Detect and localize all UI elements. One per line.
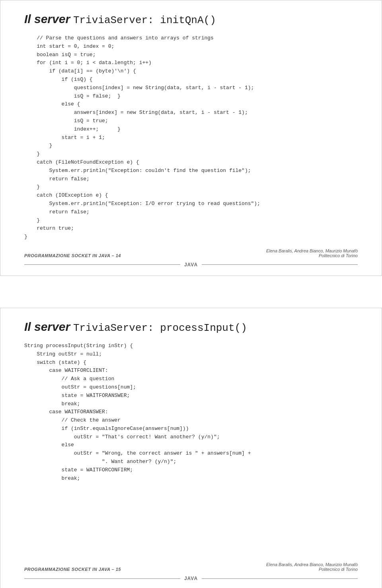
slide-2-divider: JAVA [24,576,358,581]
slide-1-divider-text: JAVA [184,262,198,268]
slide-1-title-class: TriviaServer: initQnA() [73,14,216,26]
slide-2: Il server TriviaServer: processInput() S… [0,308,382,588]
slide-1-divider-line-right [202,264,358,265]
slide-1-footer: PROGRAMMAZIONE SOCKET IN JAVA – 14 Elena… [24,248,358,258]
slide-1-title-bold: Il server [24,12,70,25]
slide-1-divider-line-left [24,264,180,265]
slide-2-divider-line-right [202,578,358,579]
slide-1-footer-right: Elena Baralis, Andrea Bianco, Maurizio M… [266,248,358,258]
spacer [0,276,382,292]
slide-2-title-class: TriviaServer: processInput() [73,322,247,334]
slide-1-title: Il server TriviaServer: initQnA() [24,12,358,26]
slide-2-footer-right: Elena Baralis, Andrea Bianco, Maurizio M… [266,562,358,572]
slide-1: Il server TriviaServer: initQnA() // Par… [0,0,382,276]
slide-2-divider-line-left [24,578,180,579]
slide-2-title: Il server TriviaServer: processInput() [24,320,358,334]
slide-1-code: // Parse the questions and answers into … [24,34,358,241]
slide-2-footer: PROGRAMMAZIONE SOCKET IN JAVA – 15 Elena… [24,562,358,572]
slide-1-footer-left: PROGRAMMAZIONE SOCKET IN JAVA – 14 [24,253,121,258]
slide-2-code: String processInput(String inStr) { Stri… [24,342,358,483]
slide-2-footer-left: PROGRAMMAZIONE SOCKET IN JAVA – 15 [24,567,121,572]
slide-1-divider: JAVA [24,262,358,268]
slide-2-title-bold: Il server [24,320,70,333]
slide-2-divider-text: JAVA [184,576,198,581]
